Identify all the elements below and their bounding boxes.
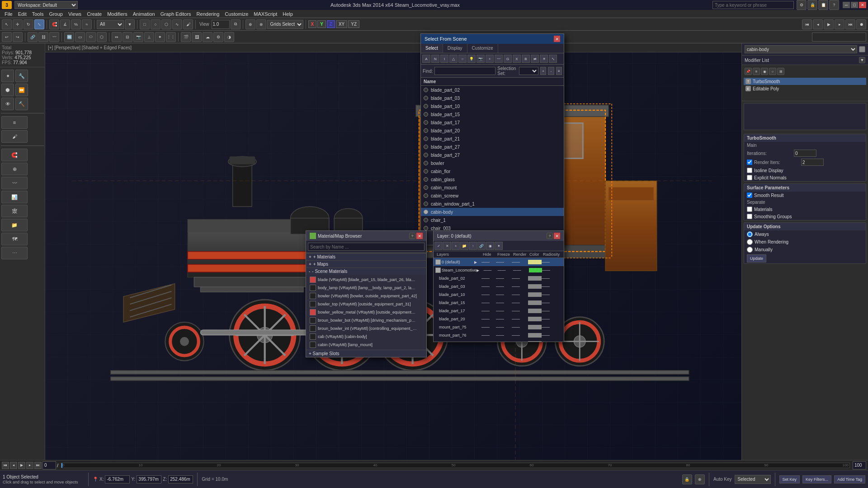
layer-help[interactable]: ? (547, 233, 553, 239)
axis-y-btn[interactable]: Y (317, 20, 326, 28)
sfs-sync[interactable]: ⇄ (531, 55, 539, 63)
sfs-selection-set-dropdown[interactable] (519, 67, 538, 75)
sfs-tab-display[interactable]: Display (443, 44, 467, 53)
more-tools[interactable]: ⋯ (1, 247, 28, 259)
layer-tool-check[interactable]: ✓ (434, 242, 443, 250)
paint-select[interactable]: 🖌 (183, 19, 193, 29)
sfs-item-bowler[interactable]: bowler (421, 159, 564, 167)
mat-materials-header[interactable]: + + Materials (306, 253, 426, 260)
lock-selection[interactable]: 🔒 (682, 474, 692, 484)
y-coord-input[interactable] (137, 475, 161, 483)
sfs-highlight[interactable]: ☀ (540, 55, 548, 63)
mat-item-4[interactable]: bowler_yellow_metal (VRayMtl) [outside_e… (306, 308, 426, 316)
sfs-tool-lights[interactable]: 💡 (467, 55, 476, 63)
sfs-item-blade-part-02[interactable]: blade_part_02 (421, 86, 564, 94)
mat-item-6[interactable]: broun_bowler_int (VRayMtl) [controlling_… (306, 324, 426, 333)
mat-sample-slots-header[interactable]: + Sample Slots (306, 350, 426, 357)
sfs-tool-cameras[interactable]: 📷 (476, 55, 485, 63)
timeline-track[interactable]: 0 10 20 30 40 50 60 70 80 90 100 (61, 463, 850, 468)
timeline-play[interactable]: ▶ (18, 462, 25, 469)
layer-row-blade-02[interactable]: blade_part_02 —— —— —— —— (434, 274, 564, 282)
always-radio[interactable] (747, 231, 753, 237)
layer-tool-link[interactable]: 🔗 (477, 242, 486, 250)
show-all[interactable]: ≡ (753, 68, 760, 75)
menu-create[interactable]: Create (84, 10, 104, 18)
sfs-tool-helpers[interactable]: + (486, 55, 494, 63)
paint-selection[interactable]: 🖌 (1, 130, 28, 143)
update-options-header[interactable]: Update Options (744, 223, 866, 230)
layer-row-steam-loco[interactable]: Steam_Locomotive ▶ —— —— —— —— (434, 266, 564, 274)
iterations-input[interactable] (794, 150, 816, 157)
select-tool[interactable]: ↖ (2, 19, 12, 29)
sfs-item-blade-part-03[interactable]: blade_part_03 (421, 94, 564, 102)
sfs-title-bar[interactable]: Select From Scene ✕ (421, 34, 564, 44)
modifier-turbosmooth[interactable]: T TurboSmooth (744, 78, 866, 85)
menu-help[interactable]: Help (280, 10, 296, 18)
timeline-next[interactable]: ▸ (26, 462, 33, 469)
maximize-button[interactable]: □ (851, 2, 858, 8)
circle-region[interactable]: ⬭ (86, 32, 96, 42)
mat-maps-header[interactable]: + + Maps (306, 260, 426, 267)
sfs-sel-btn2[interactable]: - (548, 67, 554, 75)
mat-item-7[interactable]: cab (VRayMtl) [cabin-body] (306, 333, 426, 341)
bind-space-warp[interactable]: 〰 (49, 32, 59, 42)
sfs-tool-groups[interactable]: G (504, 55, 512, 63)
utilities-panel[interactable]: 🔨 (15, 98, 28, 110)
layer-row-mount-77[interactable]: mount_part_77 —— —— —— —— (434, 339, 564, 342)
render-iters-check[interactable] (747, 160, 752, 165)
object-color[interactable] (859, 46, 865, 52)
layer-tool-move[interactable]: ↑ (469, 242, 477, 250)
layer-row-0-default[interactable]: 0 (default) ▶ —— —— —— —— (434, 258, 564, 266)
layer-row-blade-03[interactable]: blade_part_03 —— —— —— —— (434, 282, 564, 291)
pin-stack[interactable]: 📌 (745, 68, 752, 75)
circle-select[interactable]: ○ (151, 19, 160, 29)
redo[interactable]: ↪ (13, 32, 23, 42)
sfs-item-chair-1[interactable]: chair_1 (421, 216, 564, 224)
layer-tool-add[interactable]: + (452, 242, 460, 250)
view-input[interactable] (212, 20, 230, 29)
mat-item-2[interactable]: bowler (VRayMtl) [bowler, outside_equipm… (306, 292, 426, 300)
mat-help[interactable]: ? (409, 233, 415, 239)
unlink[interactable]: ⛓ (38, 32, 48, 42)
isoline-check[interactable] (747, 168, 752, 173)
go-start[interactable]: ⏮ (802, 19, 812, 29)
smoothing-groups-check[interactable] (747, 214, 752, 219)
place-highlight[interactable]: ✦ (155, 32, 165, 42)
end-frame-input[interactable] (853, 461, 866, 469)
sfs-item-cabin-flor[interactable]: cabin_flor (421, 167, 564, 175)
box-select[interactable]: □ (140, 19, 150, 29)
axis-yz-btn[interactable]: YZ (348, 20, 359, 28)
next-frame[interactable]: ▸ (835, 19, 844, 29)
sfs-tab-customize[interactable]: Customize (467, 44, 498, 53)
manually-radio[interactable] (747, 247, 753, 253)
layer-tool-folder[interactable]: 📁 (460, 242, 468, 250)
minimize-button[interactable]: ─ (843, 2, 850, 8)
maximize-vp[interactable]: ⧉ (231, 19, 241, 29)
toolbar-icon-3[interactable]: 📋 (818, 0, 828, 10)
layer-row-blade-20[interactable]: blade_part_20 —— —— —— —— (434, 315, 564, 323)
modifier-list-menu[interactable]: ▼ (859, 57, 865, 63)
sfs-tool-xrefs[interactable]: X (513, 55, 521, 63)
align-camera[interactable]: 📷 (133, 32, 143, 42)
modifier-editable-poly[interactable]: E Editable Poly (744, 85, 866, 92)
render-frame[interactable]: 🖼 (192, 32, 202, 42)
sfs-item-cabin-screew[interactable]: cabin_screew (421, 192, 564, 200)
layer-row-mount-75[interactable]: mount_part_75 —— —— —— —— (434, 323, 564, 331)
sfs-item-blade-part-27a[interactable]: blade_part_27 (421, 143, 564, 151)
normal-align[interactable]: ⊥ (144, 32, 154, 42)
mat-scene-header[interactable]: - - Scene Materials (306, 267, 426, 275)
coord-system[interactable]: Grids Selection (267, 20, 303, 29)
sfs-tool-all[interactable]: A (422, 55, 430, 63)
named-selection-input[interactable] (812, 33, 866, 42)
fence-region[interactable]: ⬡ (97, 32, 107, 42)
key-filters-button[interactable]: Key Filters... (802, 475, 831, 483)
layer-close[interactable]: ✕ (554, 233, 560, 239)
link[interactable]: 🔗 (28, 32, 38, 42)
array[interactable]: ⋮⋮ (166, 32, 176, 42)
menu-group[interactable]: Group (46, 10, 66, 18)
constraint-tool[interactable]: ⊕ (1, 163, 28, 175)
materials-check[interactable] (747, 206, 752, 212)
rect-region[interactable]: ▭ (75, 32, 85, 42)
surface-params-header[interactable]: Surface Parameters (744, 184, 866, 192)
show-result[interactable]: ◉ (761, 68, 768, 75)
